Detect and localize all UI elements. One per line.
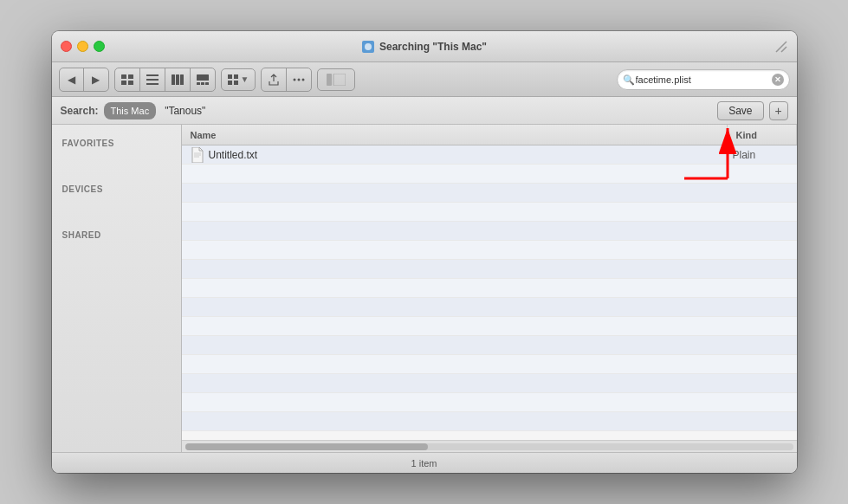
svg-rect-16: [228, 74, 232, 79]
search-scope-bar: Search: This Mac "Tanous" Save +: [52, 97, 797, 125]
svg-rect-17: [234, 74, 238, 79]
svg-rect-9: [172, 74, 175, 85]
svg-point-22: [302, 78, 305, 81]
table-row: [182, 260, 797, 279]
sidebar-section-favorites: FAVORITES: [52, 132, 181, 152]
svg-rect-4: [121, 81, 126, 85]
minimize-button[interactable]: [77, 41, 88, 52]
table-row: [182, 222, 797, 241]
close-button[interactable]: [61, 41, 72, 52]
svg-rect-8: [146, 83, 159, 85]
svg-rect-23: [327, 74, 332, 86]
svg-point-21: [294, 78, 296, 81]
icon-view-button[interactable]: [115, 68, 140, 91]
svg-point-20: [298, 78, 301, 81]
svg-rect-18: [228, 81, 232, 85]
resize-button[interactable]: [774, 40, 788, 54]
file-icon: [191, 147, 204, 163]
status-bar: 1 item: [52, 452, 797, 473]
table-row: [182, 279, 797, 298]
table-row: [182, 336, 797, 355]
svg-rect-10: [176, 74, 179, 85]
share-action-buttons: [261, 68, 312, 92]
finder-window: Searching "This Mac" ◀ ▶: [52, 31, 797, 473]
file-name: Untitled.txt: [209, 149, 258, 161]
add-criteria-button[interactable]: +: [769, 101, 788, 120]
forward-button[interactable]: ▶: [84, 68, 108, 91]
table-row: [182, 355, 797, 374]
back-button[interactable]: ◀: [60, 68, 84, 91]
toggle-sidebar-button[interactable]: [317, 68, 355, 91]
svg-rect-7: [146, 79, 159, 81]
sidebar-section-devices: DEVICES: [52, 178, 181, 197]
kind-column-header[interactable]: Kind: [728, 125, 797, 145]
arrange-button[interactable]: ▼: [221, 68, 256, 91]
maximize-button[interactable]: [94, 41, 105, 52]
sidebar: FAVORITES DEVICES SHARED: [52, 125, 182, 452]
search-input[interactable]: [636, 74, 772, 85]
svg-point-1: [365, 43, 372, 50]
table-row: [182, 298, 797, 317]
horizontal-scrollbar[interactable]: [182, 440, 797, 452]
svg-rect-15: [205, 82, 209, 85]
svg-rect-6: [146, 74, 159, 76]
table-row[interactable]: Untitled.txt Plain: [182, 145, 797, 165]
svg-rect-11: [180, 74, 184, 85]
action-button[interactable]: [287, 68, 311, 91]
search-label: Search:: [61, 105, 99, 117]
scope-tanous-button[interactable]: "Tanous": [161, 103, 209, 119]
traffic-lights: [61, 41, 105, 52]
search-clear-button[interactable]: ✕: [772, 74, 784, 86]
svg-rect-19: [234, 81, 238, 85]
scrollbar-track: [185, 443, 793, 450]
table-row: [182, 184, 797, 203]
search-icon: 🔍: [623, 74, 633, 85]
view-buttons: [114, 68, 216, 92]
file-area: Name Kind: [182, 125, 797, 452]
titlebar: Searching "This Mac": [52, 31, 797, 62]
table-row: [182, 412, 797, 431]
save-button[interactable]: Save: [717, 101, 763, 120]
nav-buttons: ◀ ▶: [59, 68, 109, 92]
svg-rect-2: [121, 74, 126, 79]
file-header: Name Kind: [182, 125, 797, 145]
search-box[interactable]: 🔍 ✕: [617, 69, 790, 90]
svg-rect-12: [197, 74, 209, 81]
scope-this-mac-button[interactable]: This Mac: [104, 102, 157, 120]
svg-rect-13: [197, 82, 200, 85]
table-row: [182, 165, 797, 184]
scrollbar-thumb[interactable]: [185, 443, 429, 450]
cover-flow-button[interactable]: [191, 68, 215, 91]
item-count: 1 item: [411, 458, 437, 468]
sidebar-section-shared: SHARED: [52, 223, 181, 243]
table-row: [182, 374, 797, 393]
column-view-button[interactable]: [165, 68, 191, 91]
finder-icon: [361, 40, 375, 54]
table-row: [182, 241, 797, 260]
table-row: [182, 393, 797, 412]
name-column-header[interactable]: Name: [182, 125, 728, 145]
file-list: Untitled.txt Plain: [182, 145, 797, 440]
share-button[interactable]: [262, 68, 287, 91]
svg-rect-24: [333, 74, 346, 86]
svg-rect-14: [201, 82, 204, 85]
file-name-cell: Untitled.txt: [182, 147, 728, 163]
file-kind-cell: Plain: [728, 149, 797, 161]
table-row: [182, 203, 797, 222]
svg-rect-5: [128, 81, 133, 85]
toolbar: ◀ ▶: [52, 62, 797, 97]
svg-rect-3: [128, 74, 133, 79]
content-area: FAVORITES DEVICES SHARED Name Kind: [52, 125, 797, 452]
table-row: [182, 317, 797, 336]
list-view-button[interactable]: [140, 68, 165, 91]
window-title: Searching "This Mac": [361, 40, 487, 54]
